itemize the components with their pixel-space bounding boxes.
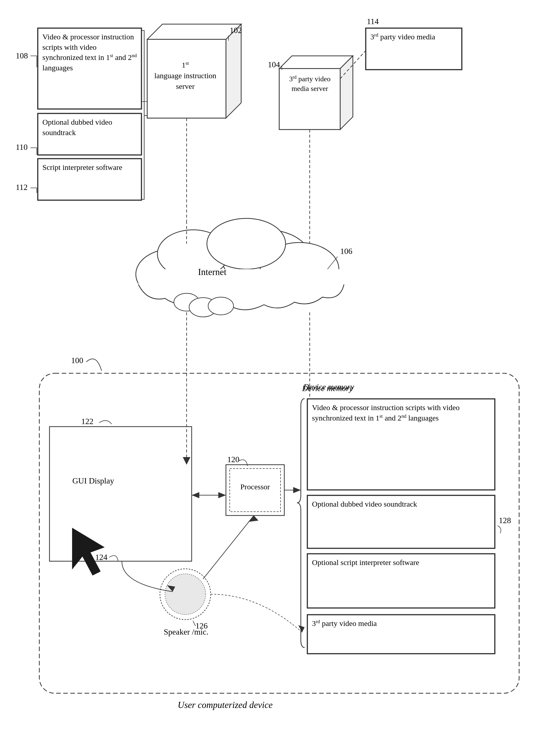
server1-text: 1stlanguage instructionserver [150, 60, 221, 92]
ref-112: 112 [16, 182, 28, 192]
dm-interpreter-text: Optional script interpreter software [307, 553, 495, 608]
video-media-text: 3rd party video media [366, 28, 462, 70]
ref-104: 104 [268, 60, 280, 69]
ref-120: 120 [227, 455, 239, 464]
ref-108: 108 [16, 51, 28, 60]
internet-label: Internet [198, 267, 226, 277]
dubbed-box-text: Optional dubbed video soundtrack [38, 113, 142, 155]
gui-display-box [50, 427, 192, 561]
scripts-box-text: Video & processor instruction scripts wi… [38, 28, 142, 109]
ref-122: 122 [81, 417, 94, 426]
ref-106: 106 [340, 247, 352, 256]
ref-114: 114 [367, 17, 379, 26]
gui-display-label: GUI Display [72, 476, 114, 485]
user-device-label: User computerized device [178, 700, 273, 710]
ref-124: 124 [95, 552, 107, 562]
ref-100: 100 [71, 356, 83, 365]
ref-102: 102 [230, 25, 242, 35]
dm-dubbed-text: Optional dubbed video soundtrack [307, 495, 495, 548]
server2-text: 3rd party video media server [280, 74, 340, 94]
dm-scripts-text: Video & processor instruction scripts wi… [307, 399, 495, 490]
processor-label: Processor [228, 482, 282, 491]
ref-128: 128 [499, 516, 511, 525]
cloud-small3 [208, 297, 233, 315]
speaker-inner [165, 574, 206, 615]
speaker-label-text: Speaker /mic. [164, 627, 209, 637]
dm-third-party-text: 3rd party video media [307, 615, 495, 654]
cloud-top [207, 218, 286, 269]
ref-110: 110 [16, 143, 28, 152]
server1-top [147, 24, 241, 39]
device-memory-label-text: Device memory [303, 382, 354, 391]
interpreter-box-text: Script interpreter software [38, 158, 142, 200]
diagram: 108 110 112 102 [0, 0, 560, 742]
cloud-bottom-path [138, 284, 344, 310]
